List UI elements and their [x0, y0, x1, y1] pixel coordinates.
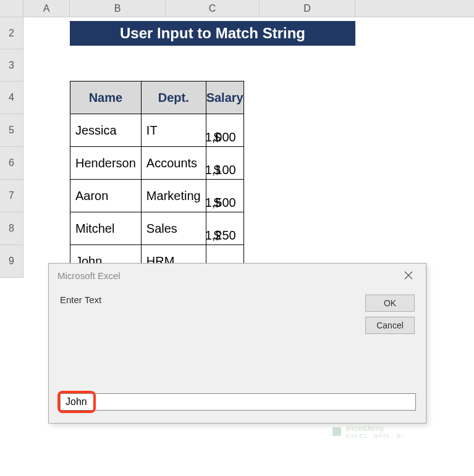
row-header-4[interactable]: 4	[0, 81, 23, 114]
row-header-column: 2 3 4 5 6 7 8 9	[0, 17, 23, 278]
cell-name: Jessica	[70, 114, 142, 147]
svg-rect-2	[332, 427, 341, 436]
row-header-9[interactable]: 9	[0, 245, 23, 278]
select-all-corner[interactable]	[0, 0, 23, 17]
header-salary: Salary	[206, 81, 243, 114]
header-name: Name	[70, 81, 142, 114]
salary-value: 1,250	[205, 228, 236, 243]
table-row[interactable]: Jessica IT $1,000	[70, 114, 244, 147]
watermark-icon	[331, 426, 342, 437]
cell-salary: $1,250	[206, 212, 243, 245]
table-header-row: Name Dept. Salary	[70, 81, 244, 114]
close-icon	[404, 271, 413, 280]
ok-button[interactable]: OK	[365, 294, 415, 312]
cell-name: Aaron	[70, 180, 142, 212]
dialog-title: Microsoft Excel	[57, 270, 396, 281]
cell-dept: Marketing	[141, 180, 206, 212]
spreadsheet-grid: A B C D 2 3 4 5 6 7 8 9 User Input to Ma…	[0, 0, 474, 278]
row-header-7[interactable]: 7	[0, 180, 23, 212]
text-input[interactable]	[60, 393, 416, 411]
row-header-2[interactable]: 2	[0, 17, 23, 49]
col-header-d[interactable]: D	[260, 0, 355, 17]
cell-name: Mitchel	[70, 212, 142, 245]
cell-salary: $1,100	[206, 147, 243, 180]
table-row[interactable]: Henderson Accounts $1,100	[70, 147, 244, 180]
col-header-b[interactable]: B	[70, 0, 166, 17]
page-title: User Input to Match String	[70, 21, 355, 46]
close-button[interactable]	[396, 266, 421, 285]
data-table: Name Dept. Salary Jessica IT $1,000 Hend…	[70, 81, 244, 278]
col-header-a[interactable]: A	[23, 0, 70, 17]
column-header-row: A B C D	[0, 0, 474, 17]
salary-value: 1,000	[205, 130, 236, 144]
table-row[interactable]: Aaron Marketing $1,500	[70, 180, 244, 212]
watermark-tagline: EXCEL · DATA · BI	[346, 433, 403, 439]
watermark: exceldemy EXCEL · DATA · BI	[331, 424, 403, 439]
dialog-titlebar[interactable]: Microsoft Excel	[49, 264, 426, 287]
watermark-brand: exceldemy	[346, 424, 384, 433]
row-header-8[interactable]: 8	[0, 212, 23, 245]
salary-value: 1,500	[205, 196, 236, 210]
cell-dept: Accounts	[141, 147, 206, 180]
cancel-button[interactable]: Cancel	[365, 317, 415, 334]
header-dept: Dept.	[141, 81, 206, 114]
cell-salary: $1,000	[206, 114, 243, 147]
cell-salary: $1,500	[206, 180, 243, 212]
cell-dept: Sales	[141, 212, 206, 245]
dialog-prompt: Enter Text	[60, 294, 365, 334]
salary-value: 1,100	[205, 163, 236, 177]
cell-name: Henderson	[70, 147, 142, 180]
col-header-c[interactable]: C	[166, 0, 260, 17]
cell-dept: IT	[141, 114, 206, 147]
row-header-5[interactable]: 5	[0, 114, 23, 147]
input-dialog: Microsoft Excel Enter Text OK Cancel	[48, 263, 426, 424]
table-row[interactable]: Mitchel Sales $1,250	[70, 212, 244, 245]
row-header-3[interactable]: 3	[0, 49, 23, 81]
row-header-6[interactable]: 6	[0, 147, 23, 180]
